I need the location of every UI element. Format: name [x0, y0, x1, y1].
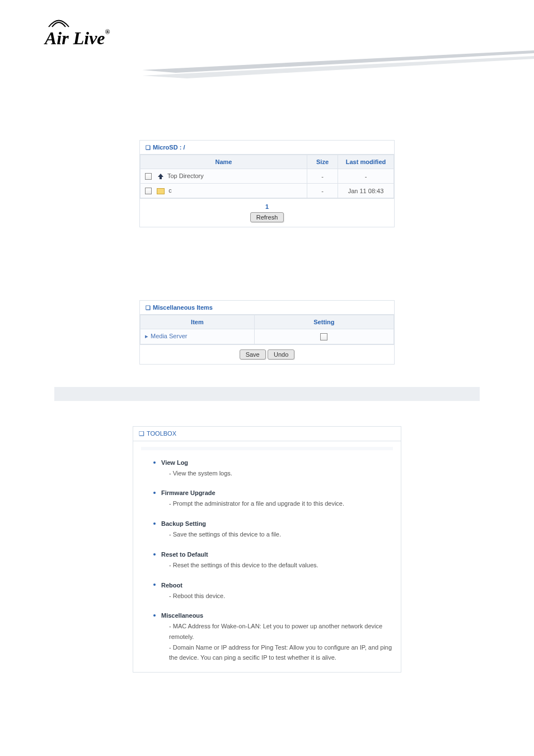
col-setting: Setting — [254, 315, 394, 329]
folder-icon — [157, 188, 165, 194]
toolbox-inner-bar — [141, 447, 393, 450]
bullet-icon — [153, 584, 156, 586]
toolbox-desc: - MAC Address for Wake-on-LAN: Let you t… — [169, 621, 393, 663]
col-item: Item — [140, 315, 255, 329]
toolbox-item-firmware: Firmware Upgrade - Prompt the administra… — [153, 488, 393, 509]
toolbox-link[interactable]: View Log — [161, 459, 188, 466]
logo-text: Air Live — [45, 28, 105, 48]
toolbox-item-reset: Reset to Default - Reset the settings of… — [153, 550, 393, 571]
section-divider — [54, 387, 480, 401]
misc-footer: Save Undo — [140, 344, 394, 364]
misc-table: Item Setting ▸Media Server — [140, 315, 394, 344]
toolbox-desc: - Reboot this device. — [169, 591, 393, 601]
bullet-icon — [153, 614, 156, 617]
bullet-icon — [153, 522, 156, 525]
toolbox-desc: - Reset the settings of this device to t… — [169, 560, 393, 571]
toolbox-list: View Log - View the system logs. Firmwar… — [141, 458, 393, 663]
microsd-panel: ❏MicroSD : / Name Size Last modified Top… — [139, 140, 395, 227]
toolbox-item-viewlog: View Log - View the system logs. — [153, 458, 393, 479]
col-size: Size — [307, 155, 338, 169]
save-button[interactable]: Save — [240, 349, 266, 360]
bullet-icon — [153, 492, 156, 494]
panel-arrow-icon: ❏ — [146, 144, 151, 151]
row-size: - — [307, 184, 338, 198]
row-checkbox[interactable] — [145, 188, 152, 194]
table-row[interactable]: Top Directory - - — [140, 169, 394, 184]
toolbox-item-reboot: Reboot - Reboot this device. — [153, 581, 393, 601]
airlive-logo: Air Live® — [45, 28, 110, 49]
table-row: ▸Media Server — [140, 329, 394, 344]
media-server-link[interactable]: ▸Media Server — [145, 333, 187, 339]
toolbox-panel: ❏TOOLBOX View Log - View the system logs… — [133, 426, 401, 673]
up-arrow-icon — [157, 173, 165, 180]
toolbox-item-backup: Backup Setting - Save the settings of th… — [153, 519, 393, 540]
row-name: c — [168, 187, 172, 194]
refresh-button[interactable]: Refresh — [250, 212, 284, 222]
row-size: - — [307, 169, 338, 184]
row-modified: Jan 11 08:43 — [338, 184, 394, 198]
microsd-footer: 1 Refresh — [140, 198, 394, 227]
toolbox-desc: - View the system logs. — [169, 468, 393, 479]
col-name: Name — [140, 155, 307, 169]
row-modified: - — [338, 169, 394, 184]
toolbox-link[interactable]: Firmware Upgrade — [161, 489, 216, 496]
misc-panel: ❏Miscellaneous Items Item Setting ▸Media… — [139, 300, 395, 365]
toolbox-link[interactable]: Reboot — [161, 581, 182, 588]
microsd-title: ❏MicroSD : / — [140, 141, 394, 155]
wifi-arcs-icon — [48, 17, 70, 28]
misc-title: ❏Miscellaneous Items — [140, 301, 394, 315]
page-number[interactable]: 1 — [144, 203, 390, 210]
toolbox-desc: - Prompt the administrator for a file an… — [169, 498, 393, 509]
row-name: Top Directory — [167, 172, 204, 179]
toolbox-title: ❏TOOLBOX — [133, 427, 401, 441]
toolbox-link[interactable]: Reset to Default — [161, 551, 208, 558]
page-header: Air Live® — [0, 0, 534, 84]
logo-reg: ® — [105, 28, 110, 36]
triangle-icon: ▸ — [145, 333, 148, 339]
bullet-icon — [153, 553, 156, 556]
table-row[interactable]: c - Jan 11 08:43 — [140, 184, 394, 198]
panel-arrow-icon: ❏ — [146, 305, 151, 311]
row-checkbox[interactable] — [145, 173, 152, 180]
toolbox-desc: - Save the settings of this device to a … — [169, 529, 393, 540]
header-swoosh — [142, 50, 534, 84]
microsd-table: Name Size Last modified Top Directory - … — [140, 155, 394, 198]
bullet-icon — [153, 461, 156, 464]
undo-button[interactable]: Undo — [268, 349, 294, 360]
toolbox-link[interactable]: Miscellaneous — [161, 612, 203, 619]
col-modified: Last modified — [338, 155, 394, 169]
toolbox-item-misc: Miscellaneous - MAC Address for Wake-on-… — [153, 611, 393, 663]
media-server-checkbox[interactable] — [320, 333, 327, 340]
toolbox-link[interactable]: Backup Setting — [161, 520, 206, 527]
panel-arrow-icon: ❏ — [139, 430, 144, 437]
toolbox-body: View Log - View the system logs. Firmwar… — [133, 441, 401, 672]
